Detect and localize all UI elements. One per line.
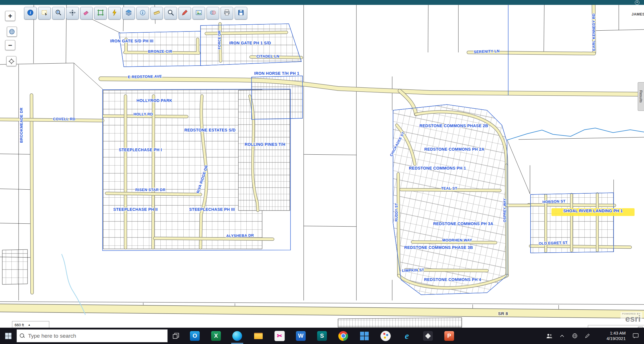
map-label: ROLLING PINES T/H (245, 142, 285, 147)
erase-tool-button[interactable] (80, 7, 93, 19)
results-tab[interactable]: Results (638, 82, 644, 111)
snip-taskbar-button[interactable]: ✂ (269, 328, 290, 344)
task-view-button[interactable] (168, 328, 184, 344)
measure-tool-button[interactable] (150, 7, 163, 19)
info-tool-button[interactable]: i (24, 7, 37, 19)
excel-icon: X (211, 331, 221, 341)
image-icon (195, 9, 203, 17)
snip-icon: ✂ (274, 331, 285, 341)
map-label: SERENITY LN (474, 49, 500, 54)
map-label: TEAL ST (441, 186, 458, 190)
svg-text:i: i (30, 10, 31, 15)
image-tool-button[interactable] (193, 7, 205, 19)
measure-icon (153, 9, 160, 17)
map-label: REDSTONE COMMONS PH 1 (409, 166, 466, 170)
map-label: SR 8 (498, 311, 508, 316)
photos-icon (423, 331, 433, 341)
map-label: EARL KENNEDY RD (592, 13, 596, 51)
print-tool-button[interactable] (221, 7, 233, 19)
edge-taskbar-button[interactable] (227, 328, 248, 344)
extent-tool-button[interactable] (94, 7, 107, 19)
overlay-tool-button[interactable] (207, 7, 219, 19)
taskbar-clock[interactable]: 1:43 AM 4/19/2021 (594, 331, 627, 341)
zoom-box-icon (55, 9, 62, 17)
pan-tool-button[interactable] (66, 7, 79, 19)
map-label: LIMPKIN ST (402, 268, 424, 273)
crosshair-icon (8, 58, 15, 64)
sharepoint-taskbar-button[interactable]: S (311, 328, 333, 344)
select-tool-button[interactable] (38, 7, 51, 19)
pen-icon (585, 333, 590, 339)
pen-button[interactable] (581, 328, 594, 344)
paint-taskbar-button[interactable] (375, 328, 396, 344)
map-label: COVELL RD (53, 117, 75, 121)
explorer-taskbar-button[interactable] (248, 328, 269, 344)
globe-icon (9, 28, 15, 35)
grid-app-taskbar-button[interactable] (354, 328, 375, 344)
excel-taskbar-button[interactable]: X (205, 328, 227, 344)
map-label: IRON GATE PH 1 S/D (229, 41, 271, 45)
network-button[interactable] (568, 328, 581, 344)
map-label: STEEPLECHASE PH I (119, 148, 162, 152)
windows-logo-icon (5, 332, 12, 340)
map-label: IRON GATE S/D PH III (110, 39, 154, 43)
map-viewport[interactable]: IRON GATE S/D PH IIIBRONZE CIRIRON GATE … (0, 5, 644, 328)
sharepoint-icon: S (317, 331, 327, 341)
grid-app-icon (360, 331, 369, 341)
draw-icon (181, 9, 189, 17)
network-globe-icon (572, 333, 578, 339)
word-taskbar-button[interactable]: W (290, 328, 311, 344)
people-button[interactable] (543, 328, 556, 344)
zoom-in-button[interactable]: + (5, 11, 15, 21)
map-label: REDSTONE ESTATES S/D (184, 128, 235, 132)
taskbar-search[interactable] (17, 329, 168, 342)
map-label: BROOKMEADE DR (19, 107, 23, 143)
select-icon (41, 9, 48, 17)
map-label: CITADEL LN (256, 54, 279, 58)
zoom-out-button[interactable]: − (5, 40, 15, 50)
people-icon (546, 333, 553, 339)
scale-label: 660 ft (15, 323, 24, 327)
action-center-button[interactable] (627, 328, 644, 344)
map-label: STEEPLECHASE PH II (113, 207, 158, 212)
zoom-box-tool-button[interactable] (52, 7, 65, 19)
map-label: REDSTONE COMMONS PH 3A (433, 221, 493, 226)
powerpoint-taskbar-button[interactable]: P (439, 328, 460, 344)
ie-taskbar-button[interactable]: e (396, 328, 417, 344)
window-close-icon[interactable]: ✕ (635, 0, 639, 5)
globe-button[interactable] (7, 27, 17, 37)
scale-arrow-icon: ▲ (28, 323, 31, 326)
flash-tool-button[interactable] (108, 7, 121, 19)
window-title-bar: ✕ (0, 0, 644, 5)
map-label: STEEPLECHASE PH III (189, 207, 235, 212)
identify-tool-button[interactable] (136, 7, 149, 19)
save-tool-button[interactable] (235, 7, 247, 19)
photos-taskbar-button[interactable] (417, 328, 439, 344)
extent-icon (97, 9, 104, 17)
locate-button[interactable] (6, 56, 16, 66)
start-button[interactable] (0, 328, 17, 344)
search-tool-button[interactable] (164, 7, 177, 19)
layers-tool-button[interactable] (122, 7, 135, 19)
ie-icon: e (402, 331, 412, 341)
screen: ✕ (0, 0, 644, 344)
map-label: RUDDY ST (394, 203, 398, 222)
results-tab-label: Results (639, 90, 643, 103)
tray-expand-button[interactable] (556, 328, 568, 344)
print-icon (223, 9, 231, 17)
map-toolbar: i (24, 7, 247, 19)
parcel-map[interactable]: IRON GATE S/D PH IIIBRONZE CIRIRON GATE … (0, 5, 644, 328)
save-icon (237, 9, 245, 17)
pinned-apps: OX✂WSeP (184, 328, 460, 344)
map-label: REDSTONE COMMONS PH 4 (424, 277, 481, 282)
windows-taskbar: OX✂WSeP (0, 328, 644, 344)
map-label: RISEN STAR DR (135, 188, 166, 192)
search-input[interactable] (28, 333, 164, 339)
chrome-taskbar-button[interactable] (333, 328, 354, 344)
outlook-taskbar-button[interactable]: O (184, 328, 205, 344)
map-label: HOLLY RD (133, 112, 153, 116)
draw-tool-button[interactable] (178, 7, 191, 19)
map-label: JAMES (632, 12, 644, 16)
flash-icon (111, 9, 118, 17)
powerpoint-icon: P (444, 331, 454, 341)
